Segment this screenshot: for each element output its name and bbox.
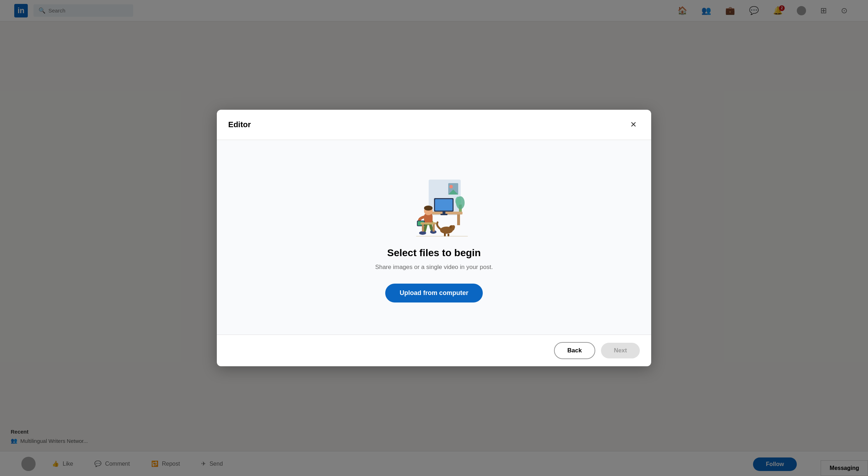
svg-rect-13: [440, 214, 448, 215]
svg-rect-22: [420, 222, 436, 224]
close-icon: ✕: [630, 120, 637, 129]
illustration: [398, 172, 470, 237]
modal-header: Editor ✕: [217, 110, 651, 140]
modal-title: Editor: [228, 120, 251, 129]
svg-rect-31: [416, 236, 468, 237]
modal-body: Select files to begin Share images or a …: [217, 140, 651, 335]
svg-point-20: [419, 231, 426, 235]
modal-heading: Select files to begin: [387, 247, 481, 259]
svg-point-28: [450, 226, 452, 228]
modal-overlay: Editor ✕: [0, 0, 868, 476]
back-button[interactable]: Back: [554, 342, 596, 359]
next-button: Next: [601, 343, 640, 358]
svg-rect-24: [433, 224, 435, 232]
modal-footer: Back Next: [217, 335, 651, 366]
modal-subtext: Share images or a single video in your p…: [375, 264, 493, 271]
svg-rect-11: [435, 199, 453, 211]
svg-point-27: [452, 225, 455, 229]
svg-rect-9: [457, 214, 460, 225]
svg-point-2: [449, 185, 453, 188]
editor-modal: Editor ✕: [217, 110, 651, 366]
close-button[interactable]: ✕: [627, 118, 640, 131]
svg-point-17: [424, 206, 433, 211]
upload-button[interactable]: Upload from computer: [385, 284, 482, 302]
svg-point-6: [455, 197, 461, 205]
svg-rect-23: [422, 224, 424, 232]
